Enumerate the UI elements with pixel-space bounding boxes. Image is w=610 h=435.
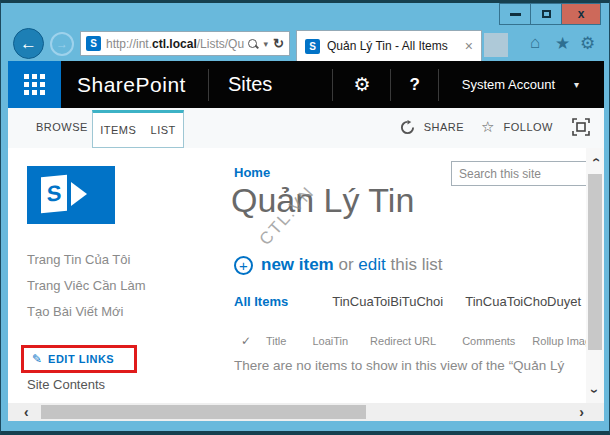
plus-circle-icon[interactable]: + bbox=[234, 256, 253, 275]
suite-separator bbox=[208, 69, 209, 101]
minimize-icon bbox=[510, 13, 521, 16]
vertical-scrollbar[interactable]: › › bbox=[586, 148, 604, 403]
sharepoint-brand[interactable]: SharePoint bbox=[77, 73, 186, 97]
scroll-left-icon[interactable]: ‹ bbox=[24, 404, 29, 420]
favorites-icon[interactable]: ★ bbox=[555, 33, 570, 54]
page-title: Quản Lý Tin bbox=[231, 181, 414, 220]
minimize-button[interactable] bbox=[500, 4, 531, 24]
column-title[interactable]: Title bbox=[266, 335, 286, 347]
new-item-link[interactable]: new item bbox=[261, 255, 334, 275]
scroll-up-icon[interactable]: › bbox=[587, 151, 603, 169]
maximize-icon bbox=[542, 10, 551, 18]
view-tab-tincuatoibituchoi[interactable]: TinCuaToiBiTuChoi bbox=[332, 294, 443, 309]
follow-star-icon: ☆ bbox=[481, 118, 494, 136]
maximize-button[interactable] bbox=[531, 4, 562, 24]
list-tools-tab-group: ITEMS LIST bbox=[92, 110, 184, 148]
sidebar-item-trang-tin-cua-toi[interactable]: Trang Tin Của Tôi bbox=[27, 252, 130, 267]
select-all-check-icon[interactable]: ✓ bbox=[241, 334, 251, 348]
search-icon[interactable] bbox=[247, 38, 259, 50]
suite-bar: SharePoint Sites ⚙ ? System Account ▾ bbox=[8, 61, 604, 108]
column-loaitin[interactable]: LoaiTin bbox=[312, 335, 348, 347]
sidebar-item-site-contents[interactable]: Site Contents bbox=[27, 377, 105, 392]
tab-list[interactable]: LIST bbox=[151, 124, 176, 136]
new-tab-button[interactable] bbox=[484, 33, 508, 57]
this-list-text: this list bbox=[386, 255, 443, 275]
scroll-right-icon[interactable]: › bbox=[579, 404, 584, 420]
tab-items[interactable]: ITEMS bbox=[100, 124, 136, 136]
follow-button[interactable]: FOLLOW bbox=[504, 121, 553, 133]
browser-settings-icon[interactable]: ⚙ bbox=[580, 33, 595, 54]
refresh-icon[interactable]: ↻ bbox=[273, 36, 284, 51]
account-menu[interactable]: System Account bbox=[462, 77, 555, 92]
tab-favicon: S bbox=[305, 39, 320, 54]
address-bar[interactable]: S http://int.ctl.local/Lists/Qu ▾ ↻ bbox=[80, 31, 290, 56]
edit-list-link[interactable]: edit bbox=[358, 255, 385, 275]
site-search-box[interactable] bbox=[451, 161, 593, 186]
browser-window: x ← → S http://int.ctl.local/Lists/Qu ▾ … bbox=[0, 0, 610, 435]
suite-separator bbox=[438, 69, 439, 101]
tab-close-icon[interactable]: × bbox=[465, 38, 473, 54]
window-controls: x bbox=[499, 3, 601, 25]
suite-link-sites[interactable]: Sites bbox=[228, 73, 272, 96]
search-input[interactable] bbox=[452, 162, 592, 185]
suite-separator bbox=[332, 69, 333, 101]
url-prefix: http://int. bbox=[106, 37, 152, 51]
view-tab-tincuatoichoduyet[interactable]: TinCuaToiChoDuyet bbox=[465, 294, 581, 309]
back-button[interactable]: ← bbox=[13, 28, 44, 59]
sharepoint-logo-chevron-icon bbox=[71, 182, 87, 206]
scroll-down-icon[interactable]: › bbox=[587, 382, 603, 400]
focus-mode-icon[interactable] bbox=[572, 118, 590, 136]
sidebar-item-trang-viec-can-lam[interactable]: Trang Viêc Cần Làm bbox=[27, 278, 146, 293]
tab-browse[interactable]: BROWSE bbox=[36, 121, 88, 133]
forward-icon: → bbox=[56, 37, 68, 51]
edit-links-button[interactable]: EDIT LINKS bbox=[48, 353, 114, 365]
ribbon-actions: SHARE ☆ FOLLOW bbox=[400, 118, 590, 136]
address-dropdown-icon[interactable]: ▾ bbox=[264, 39, 269, 49]
sidebar-item-tao-bai-viet-moi[interactable]: Tạo Bài Viết Mới bbox=[27, 304, 123, 319]
url-path: /Lists/Qu bbox=[197, 37, 244, 51]
list-column-headers: ✓ Title LoaiTin Redirect URL Comments Ro… bbox=[241, 334, 597, 348]
url-domain: ctl.local bbox=[152, 37, 197, 51]
edit-links-annotation-box: ✎ EDIT LINKS bbox=[21, 345, 137, 373]
sharepoint-logo[interactable]: S bbox=[27, 166, 115, 224]
empty-list-message: There are no items to show in this view … bbox=[234, 358, 564, 373]
browser-tab[interactable]: S Quản Lý Tin - All Items × bbox=[296, 30, 482, 61]
suite-separator bbox=[390, 69, 391, 101]
new-item-row: + new item or edit this list bbox=[234, 255, 442, 275]
column-redirect-url[interactable]: Redirect URL bbox=[370, 335, 436, 347]
column-comments[interactable]: Comments bbox=[462, 335, 515, 347]
pencil-icon: ✎ bbox=[32, 352, 42, 366]
view-tabs: All Items TinCuaToiBiTuChoi TinCuaToiCho… bbox=[234, 294, 604, 309]
back-icon: ← bbox=[20, 34, 37, 54]
close-button[interactable]: x bbox=[562, 4, 600, 24]
sharepoint-favicon: S bbox=[86, 36, 101, 51]
ribbon-bar: BROWSE ITEMS LIST SHARE ☆ FOLLOW bbox=[8, 108, 604, 148]
horizontal-scrollbar-thumb[interactable] bbox=[41, 405, 366, 419]
forward-button[interactable]: → bbox=[50, 32, 74, 56]
share-icon bbox=[400, 120, 415, 135]
breadcrumb-home-link[interactable]: Home bbox=[234, 165, 270, 180]
app-launcher-button[interactable] bbox=[8, 61, 61, 108]
settings-gear-icon[interactable]: ⚙ bbox=[353, 73, 370, 96]
page-content: S Trang Tin Của Tôi Trang Viêc Cần Làm T… bbox=[8, 148, 604, 403]
url-text: http://int.ctl.local/Lists/Qu bbox=[106, 37, 245, 51]
home-icon[interactable]: ⌂ bbox=[530, 33, 540, 53]
horizontal-scrollbar[interactable]: ‹ › bbox=[8, 403, 604, 421]
tab-title: Quản Lý Tin - All Items bbox=[327, 39, 457, 53]
sharepoint-logo-s: S bbox=[41, 175, 67, 214]
or-text: or bbox=[334, 255, 359, 275]
close-icon: x bbox=[578, 7, 585, 21]
account-caret-icon[interactable]: ▾ bbox=[574, 79, 579, 90]
view-tab-all-items[interactable]: All Items bbox=[234, 294, 288, 309]
vertical-scrollbar-thumb[interactable] bbox=[588, 174, 602, 350]
app-launcher-grid-icon bbox=[24, 74, 45, 95]
help-button[interactable]: ? bbox=[409, 75, 419, 95]
share-button[interactable]: SHARE bbox=[424, 121, 464, 133]
